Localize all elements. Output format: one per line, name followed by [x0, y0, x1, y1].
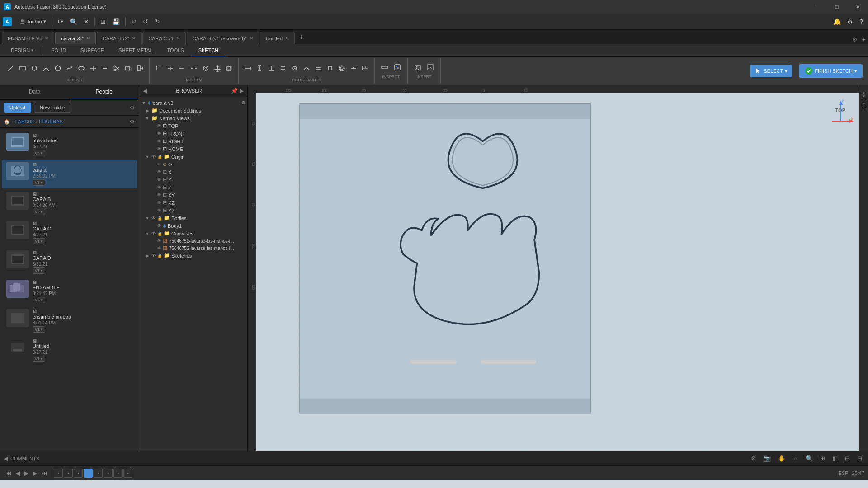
text-tool[interactable] [99, 63, 110, 74]
tree-view-right[interactable]: 👁 ⊞ RIGHT [139, 137, 247, 145]
eye-icon[interactable]: 👁 [151, 216, 156, 221]
insert-image-tool[interactable] [412, 62, 423, 73]
circle-tool[interactable] [29, 63, 40, 74]
offset-tool[interactable] [123, 63, 134, 74]
tree-view-top[interactable]: 👁 ⊞ TOP [139, 122, 247, 130]
eye-icon[interactable]: 👁 [157, 123, 161, 128]
eye-icon[interactable]: 👁 [157, 192, 161, 197]
step-5[interactable]: ▪ [94, 469, 103, 478]
new-folder-button[interactable]: New Folder [34, 103, 71, 113]
dimension-tool[interactable]: d [360, 63, 371, 74]
move-tool[interactable] [212, 63, 223, 74]
tree-origin-xz[interactable]: 👁 ⊞ XZ [139, 199, 247, 206]
insert-dxf-tool[interactable]: DXF [425, 62, 436, 73]
component-color-tool[interactable] [392, 62, 403, 73]
undo-arrow-button[interactable]: ↺ [141, 17, 151, 27]
tree-origin-y[interactable]: 👁 ⊞ Y [139, 176, 247, 183]
pan-button[interactable]: ↔ [790, 454, 801, 463]
breadcrumb-settings[interactable]: ⚙ [129, 118, 135, 125]
eye-icon[interactable]: 👁 [157, 223, 161, 228]
eye-icon[interactable]: 👁 [151, 253, 156, 258]
tab-settings-button[interactable]: ⚙ [850, 35, 860, 44]
tree-canvas-1[interactable]: 👁 🖼 75046752-lavarse-las-manos-i... [139, 237, 247, 244]
zoom-button[interactable]: 🔍 [803, 454, 815, 463]
eye-icon[interactable]: 👁 [157, 239, 161, 244]
browser-pin-button[interactable]: 📌 [231, 88, 238, 94]
file-item-ensamble-prueba[interactable]: 🖥 ensamble prueba 8:01:14 PM V1 ▾ [2, 306, 137, 335]
notification-button[interactable]: 🔔 [831, 17, 843, 27]
eye-icon[interactable]: 👁 [157, 185, 161, 190]
minimize-button[interactable]: − [806, 0, 826, 14]
surface-mode-button[interactable]: SURFACE [73, 44, 111, 56]
eye-icon[interactable]: 👁 [157, 162, 161, 167]
tree-origin-o[interactable]: 👁 ⊙ O [139, 160, 247, 168]
tree-body1[interactable]: 👁 ◈ Body1 [139, 222, 247, 230]
tree-origin-yz[interactable]: 👁 ⊞ YZ [139, 206, 247, 214]
home-icon[interactable]: 🏠 [4, 119, 10, 125]
tab-cara-d[interactable]: CARA D (v1-recovered)* ✕ [187, 32, 259, 44]
camera-button[interactable]: 📷 [761, 454, 773, 463]
step-8[interactable]: ▪ [123, 469, 132, 478]
undo-button[interactable]: ↩ [129, 17, 139, 27]
browser-expand-button[interactable]: ▶ [240, 88, 244, 94]
horizontal-constraint[interactable] [242, 63, 253, 74]
spline-tool[interactable] [64, 63, 75, 74]
breadcrumb-pruebas[interactable]: PRUEBAS [39, 119, 63, 124]
tab-close-cara-d[interactable]: ✕ [250, 36, 253, 41]
data-tab[interactable]: Data [0, 85, 70, 99]
tree-bodies[interactable]: ▼ 👁 🔒 📁 Bodies [139, 214, 247, 222]
fix-constraint[interactable] [325, 63, 335, 74]
step-3[interactable]: ▪ [74, 469, 83, 478]
finish-sketch-button[interactable]: FINISH SKETCH ▾ [799, 64, 863, 78]
step-1[interactable]: ▪ [54, 469, 63, 478]
help-button[interactable]: ? [857, 17, 865, 27]
eye-icon[interactable]: 👁 [157, 131, 161, 136]
refresh-button[interactable]: ⟳ [56, 17, 66, 27]
coincident-constraint[interactable] [289, 63, 300, 74]
tree-view-front[interactable]: 👁 ⊞ FRONT [139, 130, 247, 137]
file-item-cara-d[interactable]: 🖥 CARA D 3/31/21 V1 ▾ [2, 248, 137, 277]
scale-tool[interactable] [200, 63, 211, 74]
tab-ensamble[interactable]: ENSAMBLE V5 ✕ [2, 32, 54, 44]
arc-tool[interactable] [41, 63, 52, 74]
file-item-cara-b[interactable]: 🖥 CARA B 8:24:26 AM V2 ▾ [2, 189, 137, 218]
file-item-ensamble[interactable]: 🖥 ENSAMBLE 3:21:42 PM V5 ▾ [2, 277, 137, 306]
design-mode-button[interactable]: DESIGN ▾ [4, 44, 41, 56]
tab-untitled[interactable]: Untitled ✕ [260, 32, 295, 44]
file-item-cara-a[interactable]: 🖥 cara a 2:56:02 PM V3 ▾ [2, 160, 137, 188]
rectangle-tool[interactable] [17, 63, 28, 74]
equal-constraint[interactable] [313, 63, 324, 74]
perpendicular-constraint[interactable] [266, 63, 277, 74]
browser-collapse-button[interactable]: ◀ [143, 88, 147, 94]
settings-button[interactable]: ⚙ [845, 17, 855, 27]
fit-button[interactable]: ⊞ [818, 454, 827, 463]
tree-root[interactable]: ▼ ◈ cara a v3 ⚙ [139, 99, 247, 107]
step-6[interactable]: ▪ [104, 469, 113, 478]
eye-icon[interactable]: 👁 [157, 169, 161, 174]
tab-close-ensamble[interactable]: ✕ [45, 36, 48, 41]
timeline-last-button[interactable]: ⏭ [39, 469, 49, 478]
close-panel-button[interactable]: ✕ [81, 17, 91, 27]
people-tab[interactable]: People [70, 85, 139, 99]
file-item-cara-c[interactable]: 🖥 CARA C 3/27/21 V1 ▾ [2, 218, 137, 247]
concentric-constraint[interactable] [336, 63, 347, 74]
grid-button[interactable]: ⊟ [843, 454, 852, 463]
timeline-prev-button[interactable]: ◀ [14, 469, 22, 478]
tab-close-cara-c[interactable]: ✕ [176, 36, 180, 41]
eye-icon[interactable]: 👁 [151, 154, 156, 159]
ellipse-tool[interactable] [76, 63, 87, 74]
eye-icon[interactable]: 👁 [157, 177, 161, 182]
tab-close-untitled[interactable]: ✕ [285, 36, 289, 41]
eye-icon[interactable]: 👁 [157, 146, 161, 151]
extend-tool[interactable] [177, 63, 188, 74]
view-options-button[interactable]: ⚙ [749, 454, 759, 463]
timeline-play-button[interactable]: ▶ [22, 469, 31, 478]
tangent-constraint[interactable] [301, 63, 312, 74]
tree-named-views[interactable]: ▼ 📁 Named Views [139, 114, 247, 122]
step-7[interactable]: ▪ [113, 469, 123, 478]
maximize-button[interactable]: □ [826, 0, 847, 14]
orbit-button[interactable]: ✋ [776, 454, 788, 463]
tree-sketches[interactable]: ▶ 👁 🔒 📁 Sketches [139, 252, 247, 259]
solid-mode-button[interactable]: SOLID [44, 44, 73, 56]
tab-close-cara-b[interactable]: ✕ [132, 36, 136, 41]
